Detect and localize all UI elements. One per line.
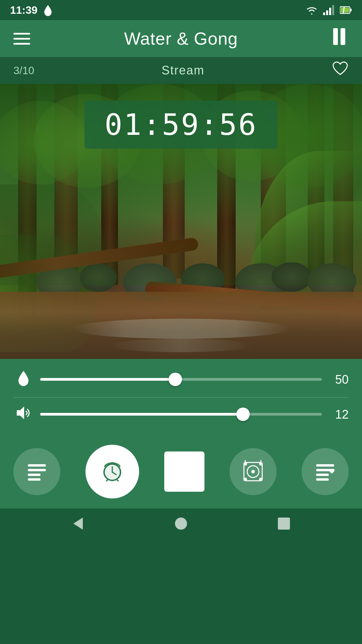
page-title: Water & Gong bbox=[124, 29, 238, 49]
svg-line-20 bbox=[116, 479, 118, 481]
volume-slider-icon bbox=[13, 405, 34, 425]
navigation-bar bbox=[0, 508, 362, 542]
svg-rect-3 bbox=[332, 5, 334, 15]
svg-rect-9 bbox=[341, 28, 345, 45]
home-button[interactable] bbox=[174, 516, 188, 534]
svg-point-27 bbox=[259, 478, 262, 481]
controls-section: 50 12 bbox=[0, 359, 362, 438]
svg-rect-8 bbox=[333, 28, 338, 45]
water-slider[interactable] bbox=[40, 378, 322, 381]
svg-line-19 bbox=[107, 479, 108, 481]
svg-rect-2 bbox=[329, 8, 331, 15]
gong-button[interactable] bbox=[230, 448, 277, 495]
svg-rect-11 bbox=[28, 464, 46, 467]
svg-rect-5 bbox=[350, 9, 352, 11]
water-value: 50 bbox=[328, 373, 349, 387]
menu-button[interactable] bbox=[13, 33, 30, 45]
svg-rect-1 bbox=[326, 10, 328, 15]
water-area bbox=[0, 292, 362, 359]
app-header: Water & Gong bbox=[0, 20, 362, 57]
svg-marker-10 bbox=[17, 407, 24, 419]
water-slider-icon bbox=[13, 369, 34, 390]
forest-scene: 01:59:56 bbox=[0, 84, 362, 359]
svg-rect-13 bbox=[28, 474, 41, 476]
track-counter: 3/10 bbox=[13, 64, 34, 77]
app-icon bbox=[42, 4, 54, 16]
water-slider-row: 50 bbox=[13, 369, 349, 390]
svg-point-35 bbox=[175, 518, 187, 530]
svg-rect-36 bbox=[278, 518, 290, 530]
volume-value: 12 bbox=[328, 408, 349, 422]
svg-rect-32 bbox=[316, 474, 329, 476]
wifi-icon bbox=[305, 5, 318, 15]
stop-button[interactable] bbox=[164, 451, 204, 492]
svg-point-26 bbox=[244, 478, 247, 481]
signal-icon bbox=[323, 5, 335, 15]
status-right bbox=[305, 5, 352, 15]
recent-button[interactable] bbox=[277, 516, 291, 534]
timer-display: 01:59:56 bbox=[84, 101, 278, 149]
volume-slider-row: 12 bbox=[13, 405, 349, 425]
back-button[interactable] bbox=[71, 516, 85, 534]
track-info-bar: 3/10 Stream bbox=[0, 57, 362, 84]
volume-slider[interactable] bbox=[40, 413, 322, 416]
status-left: 11:39 bbox=[10, 4, 54, 16]
battery-icon bbox=[340, 6, 352, 14]
track-name: Stream bbox=[162, 63, 204, 77]
favorite-button[interactable] bbox=[332, 61, 349, 80]
svg-rect-12 bbox=[28, 469, 46, 471]
alarm-button[interactable] bbox=[85, 445, 139, 498]
svg-rect-0 bbox=[323, 12, 325, 15]
pause-button[interactable] bbox=[332, 28, 349, 50]
favorites-list-button[interactable] bbox=[302, 448, 349, 495]
svg-rect-30 bbox=[316, 464, 334, 467]
svg-rect-33 bbox=[316, 478, 329, 481]
time-display: 11:39 bbox=[10, 4, 38, 16]
status-bar: 11:39 bbox=[0, 0, 362, 20]
bottom-controls bbox=[0, 438, 362, 508]
svg-rect-14 bbox=[28, 478, 41, 481]
svg-marker-34 bbox=[73, 518, 83, 530]
playlist-button[interactable] bbox=[13, 448, 60, 495]
svg-rect-6 bbox=[341, 8, 349, 13]
timer-text: 01:59:56 bbox=[105, 107, 257, 142]
svg-point-23 bbox=[252, 470, 254, 473]
